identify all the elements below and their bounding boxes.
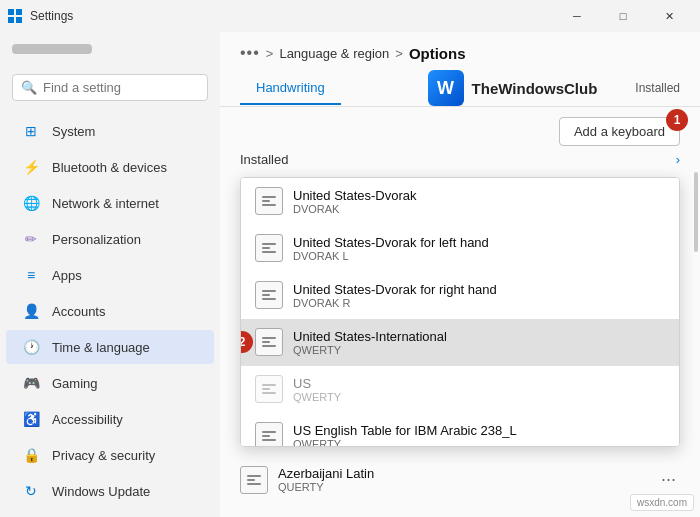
keyboard-icon <box>255 375 283 403</box>
tab-handwriting[interactable]: Handwriting <box>240 72 341 105</box>
dropdown-item-text: United States-Dvorak for left hand DVORA… <box>293 235 489 262</box>
search-input[interactable] <box>43 80 199 95</box>
sidebar-item-update[interactable]: ↻ Windows Update <box>6 474 214 508</box>
sidebar-item-system[interactable]: ⊞ System <box>6 114 214 148</box>
keyboard-icon <box>255 422 283 447</box>
sidebar-item-time[interactable]: 🕐 Time & language <box>6 330 214 364</box>
gaming-icon: 🎮 <box>22 374 40 392</box>
dropdown-item-us-ibm[interactable]: US English Table for IBM Arabic 238_L QW… <box>241 413 679 447</box>
dropdown-item-us[interactable]: US QWERTY <box>241 366 679 413</box>
breadcrumb-sep1: > <box>266 46 274 61</box>
more-options-button[interactable]: ··· <box>657 465 680 494</box>
dropdown-item-dvorak-left[interactable]: United States-Dvorak for left hand DVORA… <box>241 225 679 272</box>
dropdown-item-text: United States-Dvorak DVORAK <box>293 188 417 215</box>
breadcrumb-dots[interactable]: ••• <box>240 44 260 62</box>
sidebar: 🔍 ⊞ System ⚡ Bluetooth & devices 🌐 Netwo… <box>0 32 220 517</box>
dropdown-item-dvorak[interactable]: United States-Dvorak DVORAK <box>241 178 679 225</box>
dropdown-item-us-intl[interactable]: United States-International QWERTY 2 <box>241 319 679 366</box>
installed-label-tab: Installed <box>635 81 680 95</box>
close-button[interactable]: ✕ <box>646 0 692 32</box>
dropdown-item-name: United States-Dvorak <box>293 188 417 203</box>
azerbaijani-text: Azerbaijani Latin QUERTY <box>278 466 374 493</box>
keyboard-icon <box>255 281 283 309</box>
keyboard-icon <box>255 328 283 356</box>
bluetooth-icon: ⚡ <box>22 158 40 176</box>
personalization-icon: ✏ <box>22 230 40 248</box>
apps-icon: ≡ <box>22 266 40 284</box>
sidebar-item-privacy[interactable]: 🔒 Privacy & security <box>6 438 214 472</box>
search-icon: 🔍 <box>21 80 37 95</box>
watermark: wsxdn.com <box>630 494 694 511</box>
dropdown-item-name: US <box>293 376 341 391</box>
sidebar-item-label: Time & language <box>52 340 150 355</box>
get-help-section: Get help <box>220 504 700 517</box>
site-name: TheWindowsClub <box>472 80 598 97</box>
titlebar-left: Settings <box>8 9 73 23</box>
minimize-button[interactable]: ─ <box>554 0 600 32</box>
add-keyboard-badge: 1 <box>666 109 688 131</box>
accounts-icon: 👤 <box>22 302 40 320</box>
time-icon: 🕐 <box>22 338 40 356</box>
breadcrumb-current: Options <box>409 45 466 62</box>
network-icon: 🌐 <box>22 194 40 212</box>
sidebar-item-accessibility[interactable]: ♿ Accessibility <box>6 402 214 436</box>
main-content: ••• > Language & region > Options Handwr… <box>220 32 700 517</box>
installed-row: Installed › <box>240 152 680 173</box>
windows-logo-icon <box>8 9 22 23</box>
sidebar-item-network[interactable]: 🌐 Network & internet <box>6 186 214 220</box>
dropdown-item-name: United States-International <box>293 329 447 344</box>
titlebar: Settings ─ □ ✕ <box>0 0 700 32</box>
dropdown-item-sub: QWERTY <box>293 438 517 448</box>
scrollbar[interactable] <box>694 172 698 252</box>
dropdown-item-sub: DVORAK L <box>293 250 489 262</box>
dropdown-item-sub: QWERTY <box>293 391 341 403</box>
sidebar-item-personalization[interactable]: ✏ Personalization <box>6 222 214 256</box>
keyboard-icon <box>240 466 268 494</box>
dropdown-item-name: United States-Dvorak for right hand <box>293 282 497 297</box>
installed-chevron[interactable]: › <box>676 152 680 167</box>
titlebar-title: Settings <box>30 9 73 23</box>
dropdown-item-badge: 2 <box>240 331 253 353</box>
dropdown-item-sub: DVORAK <box>293 203 417 215</box>
sidebar-item-label: Windows Update <box>52 484 150 499</box>
sidebar-item-label: Accounts <box>52 304 105 319</box>
accessibility-icon: ♿ <box>22 410 40 428</box>
keyboard-dropdown: United States-Dvorak DVORAK United State… <box>240 177 680 447</box>
dropdown-item-text: United States-Dvorak for right hand DVOR… <box>293 282 497 309</box>
sidebar-item-gaming[interactable]: 🎮 Gaming <box>6 366 214 400</box>
sidebar-item-apps[interactable]: ≡ Apps <box>6 258 214 292</box>
sidebar-item-accounts[interactable]: 👤 Accounts <box>6 294 214 328</box>
lang-entry-left: Azerbaijani Latin QUERTY <box>240 466 374 494</box>
azerbaijani-name: Azerbaijani Latin <box>278 466 374 481</box>
keyboard-icon <box>255 234 283 262</box>
avatar <box>12 44 92 54</box>
sidebar-item-label: Personalization <box>52 232 141 247</box>
sidebar-item-label: Apps <box>52 268 82 283</box>
dropdown-item-sub: QWERTY <box>293 344 447 356</box>
maximize-button[interactable]: □ <box>600 0 646 32</box>
titlebar-controls: ─ □ ✕ <box>554 0 692 32</box>
azerbaijani-entry: Azerbaijani Latin QUERTY ··· <box>240 455 680 504</box>
dropdown-item-dvorak-right[interactable]: United States-Dvorak for right hand DVOR… <box>241 272 679 319</box>
sidebar-item-label: System <box>52 124 95 139</box>
breadcrumb: ••• > Language & region > Options <box>220 32 700 70</box>
dropdown-item-text: United States-International QWERTY <box>293 329 447 356</box>
thewindowsclub-logo: W <box>428 70 464 106</box>
breadcrumb-sep2: > <box>395 46 403 61</box>
sidebar-item-bluetooth[interactable]: ⚡ Bluetooth & devices <box>6 150 214 184</box>
add-keyboard-button[interactable]: Add a keyboard <box>559 117 680 146</box>
sidebar-item-label: Gaming <box>52 376 98 391</box>
keyboard-icon <box>255 187 283 215</box>
sidebar-item-label: Privacy & security <box>52 448 155 463</box>
dropdown-item-text: US English Table for IBM Arabic 238_L QW… <box>293 423 517 448</box>
search-box[interactable]: 🔍 <box>12 74 208 101</box>
dropdown-item-text: US QWERTY <box>293 376 341 403</box>
system-icon: ⊞ <box>22 122 40 140</box>
sidebar-item-label: Network & internet <box>52 196 159 211</box>
section-header: Add a keyboard 1 <box>220 107 700 152</box>
azerbaijani-sub: QUERTY <box>278 481 374 493</box>
dropdown-item-name: US English Table for IBM Arabic 238_L <box>293 423 517 438</box>
breadcrumb-link[interactable]: Language & region <box>279 46 389 61</box>
chevron-icon: › <box>676 152 680 167</box>
app-container: 🔍 ⊞ System ⚡ Bluetooth & devices 🌐 Netwo… <box>0 32 700 517</box>
